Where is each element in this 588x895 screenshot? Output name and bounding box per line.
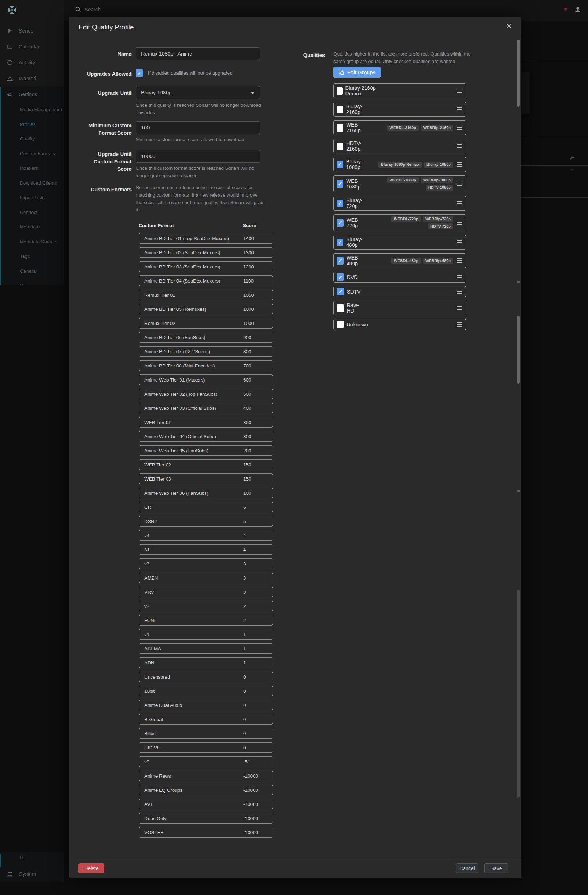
quality-checkbox[interactable]: ✓ xyxy=(336,219,344,227)
quality-row-web-2160p[interactable]: WEB 2160p WEBDL-2160pWEBRip-2160p xyxy=(333,120,466,135)
format-row[interactable]: ADN 1 xyxy=(139,657,273,668)
format-row[interactable]: 10bit 0 xyxy=(139,686,273,696)
min-format-score-input[interactable] xyxy=(136,121,260,134)
format-row[interactable]: Anime Web Tier 04 (Official Subs) 300 xyxy=(139,431,273,441)
upgrades-allowed-checkbox[interactable]: ✓ xyxy=(136,69,143,77)
donate-heart-icon[interactable]: ♥ xyxy=(564,6,568,13)
quality-row-web-1080p[interactable]: ✓ WEB 1080p WEBDL-1080pWEBRip-1080pHDTV-… xyxy=(333,175,466,193)
quality-checkbox[interactable] xyxy=(336,124,343,132)
format-row[interactable]: ABEMA 1 xyxy=(139,643,273,654)
quality-row-hdtv-2160p[interactable]: HDTV-2160p xyxy=(333,139,466,153)
scrollbar-thumb[interactable] xyxy=(517,39,520,107)
quality-checkbox[interactable]: ✓ xyxy=(336,257,344,264)
quality-checkbox[interactable] xyxy=(336,321,344,328)
format-row[interactable]: Anime LQ Groups -10000 xyxy=(139,785,273,795)
format-row[interactable]: v4 4 xyxy=(139,530,273,541)
sidebar-item-ui[interactable]: UI xyxy=(20,855,25,860)
quality-row-bluray-2160p[interactable]: Bluray-2160p xyxy=(333,102,466,117)
quality-checkbox[interactable]: ✓ xyxy=(336,200,343,207)
drag-handle-icon[interactable] xyxy=(457,146,462,146)
drag-handle-icon[interactable] xyxy=(457,222,462,223)
format-row[interactable]: Anime BD Tier 01 (Top SeaDex Muxers) 140… xyxy=(139,233,273,244)
format-row[interactable]: Remux Tier 01 1050 xyxy=(139,290,273,300)
quality-row-raw-hd[interactable]: Raw-HD xyxy=(333,300,466,316)
quality-checkbox[interactable] xyxy=(336,305,344,312)
drag-handle-icon[interactable] xyxy=(457,308,462,308)
quality-checkbox[interactable]: ✓ xyxy=(336,181,343,188)
sidebar-item-general[interactable]: General xyxy=(0,264,64,279)
quality-row-bluray-2160p-remux[interactable]: Bluray-2160p Remux xyxy=(333,83,466,98)
format-row[interactable]: Remux Tier 02 1000 xyxy=(139,318,273,329)
format-row[interactable]: B-Global 0 xyxy=(139,714,273,725)
drag-handle-icon[interactable] xyxy=(457,109,462,110)
sidebar-item-ui[interactable]: UI xyxy=(0,278,64,285)
sidebar-item-media-management[interactable]: Media Management xyxy=(0,102,64,117)
sidebar-item-profiles[interactable]: Profiles xyxy=(0,117,64,132)
advanced-settings-wrench-icon[interactable] xyxy=(569,156,574,162)
drag-handle-icon[interactable] xyxy=(457,164,462,165)
format-row[interactable]: v3 3 xyxy=(139,558,273,569)
quality-checkbox[interactable]: ✓ xyxy=(336,273,344,281)
quality-row-bluray-480p[interactable]: ✓ Bluray-480p xyxy=(333,235,466,250)
format-row[interactable]: Anime Dual Audio 0 xyxy=(139,700,273,710)
format-row[interactable]: VOSTFR -10000 xyxy=(139,827,273,838)
add-profile-plus-icon[interactable]: + xyxy=(570,166,574,174)
sidebar-item-download-clients[interactable]: Download Clients xyxy=(0,176,64,191)
quality-checkbox[interactable] xyxy=(336,106,343,113)
sidebar-item-connect[interactable]: Connect xyxy=(0,205,64,220)
format-row[interactable]: Anime Web Tier 03 (Official Subs) 400 xyxy=(139,403,273,413)
format-row[interactable]: v2 2 xyxy=(139,601,273,611)
sidebar-item-import-lists[interactable]: Import Lists xyxy=(0,190,64,205)
format-row[interactable]: NF 4 xyxy=(139,544,273,555)
user-icon[interactable] xyxy=(574,6,581,15)
format-row[interactable]: Bilibili 0 xyxy=(139,728,273,739)
quality-row-bluray-720p[interactable]: ✓ Bluray-720p xyxy=(333,196,466,211)
format-row[interactable]: Anime BD Tier 05 (Remuxes) 1000 xyxy=(139,304,273,314)
sidebar-item-calendar[interactable]: Calendar xyxy=(0,38,64,55)
format-row[interactable]: WEB Tier 02 150 xyxy=(139,460,273,470)
format-row[interactable]: Anime BD Tier 07 (P2P/Scene) 800 xyxy=(139,346,273,357)
format-row[interactable]: Anime Web Tier 06 (FanSubs) 100 xyxy=(139,488,273,498)
format-row[interactable]: Anime BD Tier 04 (SeaDex Muxers) 1100 xyxy=(139,276,273,286)
quality-row-web-480p[interactable]: ✓ WEB 480p WEBDL-480pWEBRip-480p xyxy=(333,253,466,268)
format-row[interactable]: FUNi 2 xyxy=(139,615,273,625)
sidebar-item-system[interactable]: System xyxy=(0,868,64,880)
sidebar-item-metadata[interactable]: Metadata xyxy=(0,220,64,234)
quality-row-web-720p[interactable]: ✓ WEB 720p WEBDL-720pWEBRip-720pHDTV-720… xyxy=(333,214,466,231)
format-row[interactable]: VRV 3 xyxy=(139,587,273,597)
quality-checkbox[interactable] xyxy=(336,87,342,95)
quality-row-sdtv[interactable]: ✓ SDTV xyxy=(333,286,466,297)
quality-checkbox[interactable] xyxy=(336,143,343,150)
sidebar-item-metadata-source[interactable]: Metadata Source xyxy=(0,234,64,249)
sidebar-item-settings[interactable]: Settings xyxy=(0,86,64,102)
search-box[interactable]: Search xyxy=(75,6,101,12)
edit-groups-button[interactable]: Edit Groups xyxy=(333,67,381,78)
format-row[interactable]: Dubs Only -10000 xyxy=(139,813,273,824)
delete-button[interactable]: Delete xyxy=(79,863,104,874)
format-row[interactable]: Anime BD Tier 03 (SeaDex Muxers) 1200 xyxy=(139,261,273,272)
sidebar-item-quality[interactable]: Quality xyxy=(0,132,64,146)
scrollbar-thumb[interactable] xyxy=(517,316,520,384)
sidebar-item-series[interactable]: Series xyxy=(0,23,64,38)
drag-handle-icon[interactable] xyxy=(457,242,462,243)
format-row[interactable]: HIDIVE 0 xyxy=(139,742,273,753)
format-row[interactable]: v0 -51 xyxy=(139,756,273,767)
drag-handle-icon[interactable] xyxy=(457,277,462,278)
close-icon[interactable]: × xyxy=(507,22,512,30)
drag-handle-icon[interactable] xyxy=(457,203,462,204)
scrollbar-thumb[interactable] xyxy=(517,590,520,798)
sidebar-item-activity[interactable]: Activity xyxy=(0,55,64,70)
format-row[interactable]: WEB Tier 01 350 xyxy=(139,417,273,428)
quality-row-bluray-1080p[interactable]: ✓ Bluray-1080p Bluray-1080p RemuxBluray-… xyxy=(333,157,466,172)
drag-handle-icon[interactable] xyxy=(457,91,462,91)
sidebar-item-wanted[interactable]: Wanted xyxy=(0,70,64,86)
format-row[interactable]: Uncensored 0 xyxy=(139,672,273,682)
quality-checkbox[interactable]: ✓ xyxy=(336,239,343,246)
save-button[interactable]: Save xyxy=(484,863,508,874)
upgrade-until-format-score-input[interactable] xyxy=(136,150,260,163)
format-row[interactable]: Anime Web Tier 01 (Muxers) 600 xyxy=(139,375,273,385)
drag-handle-icon[interactable] xyxy=(457,127,462,128)
drag-handle-icon[interactable] xyxy=(457,291,462,292)
format-row[interactable]: Anime Web Tier 02 (Top FanSubs) 500 xyxy=(139,388,273,399)
format-row[interactable]: Anime BD Tier 06 (FanSubs) 900 xyxy=(139,332,273,343)
